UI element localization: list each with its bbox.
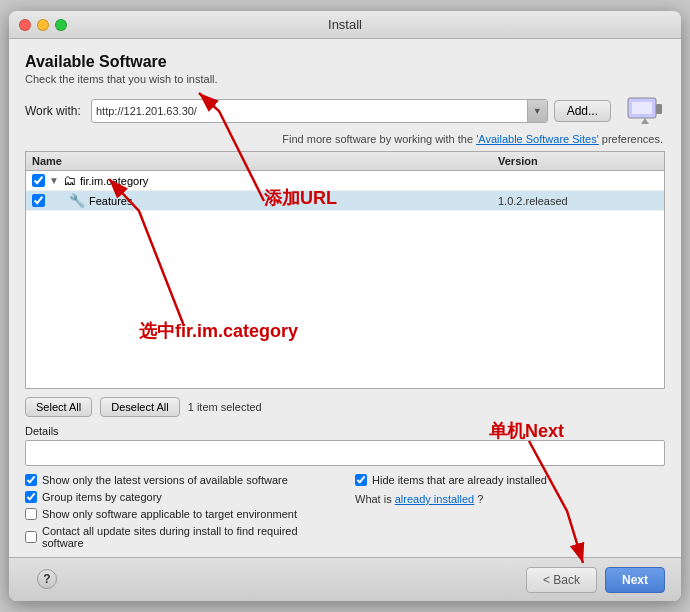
url-input-container: ▼	[91, 99, 548, 123]
checkbox-row-3[interactable]: Show only software applicable to target …	[25, 508, 335, 520]
cb-contact-sites[interactable]	[25, 531, 37, 543]
list-header: Name Version	[26, 152, 664, 171]
details-section: Details	[25, 425, 665, 466]
what-is-prefix: What is	[355, 493, 395, 505]
list-action-buttons: Select All Deselect All 1 item selected	[25, 397, 665, 417]
right-options: Hide items that are already installed Wh…	[355, 474, 665, 549]
minimize-button[interactable]	[37, 19, 49, 31]
category-folder-icon: 🗂	[63, 173, 76, 188]
row-features-checkbox[interactable]	[32, 194, 45, 207]
already-installed-link[interactable]: already installed	[395, 493, 475, 505]
expand-icon: ▼	[49, 175, 59, 186]
footer: ? < Back Next Cancel	[9, 557, 681, 601]
options-section: Show only the latest versions of availab…	[25, 474, 665, 549]
row-features-name: Features	[89, 195, 132, 207]
find-more-text: Find more software by working with the	[282, 133, 476, 145]
find-more-suffix: preferences.	[602, 133, 663, 145]
select-all-button[interactable]: Select All	[25, 397, 92, 417]
row-category-name: fir.im.category	[80, 175, 148, 187]
row-features-version: 1.0.2.released	[498, 195, 658, 207]
software-list: Name Version ▼ 🗂 fir.im.category 🔧 Featu…	[25, 151, 665, 389]
cb-contact-sites-label: Contact all update sites during install …	[42, 525, 335, 549]
cb-group-category[interactable]	[25, 491, 37, 503]
url-input[interactable]	[92, 105, 527, 117]
features-icon: 🔧	[69, 193, 85, 208]
maximize-button[interactable]	[55, 19, 67, 31]
help-button[interactable]: ?	[37, 569, 57, 589]
chevron-down-icon: ▼	[533, 106, 542, 116]
what-is-row: What is already installed ?	[355, 493, 665, 505]
window-controls[interactable]	[19, 19, 67, 31]
row-category-checkbox[interactable]	[32, 174, 45, 187]
column-name: Name	[32, 155, 498, 167]
svg-marker-3	[641, 118, 649, 124]
cb-target-env-label: Show only software applicable to target …	[42, 508, 297, 520]
page-title: Available Software	[25, 53, 665, 71]
available-software-sites-link[interactable]: 'Available Software Sites'	[476, 133, 599, 145]
close-button[interactable]	[19, 19, 31, 31]
cb-group-category-label: Group items by category	[42, 491, 162, 503]
what-is-suffix: ?	[477, 493, 483, 505]
window-title: Install	[328, 17, 362, 32]
checkbox-row-4[interactable]: Contact all update sites during install …	[25, 525, 335, 549]
details-box	[25, 440, 665, 466]
cb-target-env[interactable]	[25, 508, 37, 520]
cb-hide-installed-label: Hide items that are already installed	[372, 474, 547, 486]
find-more-row: Find more software by working with the '…	[25, 133, 665, 145]
selection-status: 1 item selected	[188, 401, 262, 413]
work-with-label: Work with:	[25, 104, 85, 118]
left-options: Show only the latest versions of availab…	[25, 474, 335, 549]
details-label: Details	[25, 425, 665, 437]
title-bar: Install	[9, 11, 681, 39]
next-button[interactable]: Next	[605, 567, 665, 593]
checkbox-row-1[interactable]: Show only the latest versions of availab…	[25, 474, 335, 486]
svg-rect-2	[656, 104, 662, 114]
software-icon	[625, 95, 665, 127]
checkbox-row-2[interactable]: Group items by category	[25, 491, 335, 503]
column-version: Version	[498, 155, 658, 167]
table-row[interactable]: 🔧 Features 1.0.2.released	[26, 191, 664, 211]
page-subtitle: Check the items that you wish to install…	[25, 73, 665, 85]
cb-hide-installed[interactable]	[355, 474, 367, 486]
checkbox-row-hide[interactable]: Hide items that are already installed	[355, 474, 665, 486]
url-dropdown-button[interactable]: ▼	[527, 99, 547, 123]
back-button[interactable]: < Back	[526, 567, 597, 593]
cb-latest-versions-label: Show only the latest versions of availab…	[42, 474, 288, 486]
cb-latest-versions[interactable]	[25, 474, 37, 486]
table-row[interactable]: ▼ 🗂 fir.im.category	[26, 171, 664, 191]
svg-rect-1	[632, 102, 652, 114]
add-button[interactable]: Add...	[554, 100, 611, 122]
install-icon-svg	[626, 96, 664, 126]
deselect-all-button[interactable]: Deselect All	[100, 397, 179, 417]
